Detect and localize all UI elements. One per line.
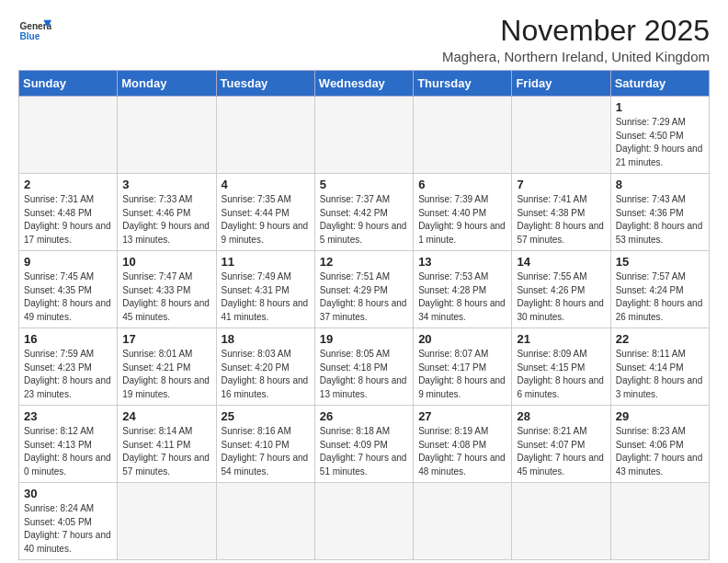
day-info: Sunrise: 7:35 AM Sunset: 4:44 PM Dayligh… [222,193,310,247]
day-info: Sunrise: 7:45 AM Sunset: 4:35 PM Dayligh… [24,270,112,324]
calendar-cell [118,97,216,174]
day-info: Sunrise: 7:33 AM Sunset: 4:46 PM Dayligh… [122,193,210,247]
calendar-cell: 27Sunrise: 8:19 AM Sunset: 4:08 PM Dayli… [414,406,512,483]
day-number: 14 [517,255,605,269]
calendar-cell: 10Sunrise: 7:47 AM Sunset: 4:33 PM Dayli… [118,251,216,328]
day-info: Sunrise: 8:01 AM Sunset: 4:21 PM Dayligh… [122,348,210,401]
calendar-cell: 9Sunrise: 7:45 AM Sunset: 4:35 PM Daylig… [19,251,118,328]
day-info: Sunrise: 8:21 AM Sunset: 4:07 PM Dayligh… [517,425,605,478]
week-row-4: 16Sunrise: 7:59 AM Sunset: 4:23 PM Dayli… [19,328,710,406]
calendar-cell: 6Sunrise: 7:39 AM Sunset: 4:40 PM Daylig… [414,174,512,251]
calendar-cell: 19Sunrise: 8:05 AM Sunset: 4:18 PM Dayli… [314,328,413,406]
calendar-cell [118,483,216,560]
day-info: Sunrise: 8:11 AM Sunset: 4:14 PM Dayligh… [616,348,704,401]
day-info: Sunrise: 8:05 AM Sunset: 4:18 PM Dayligh… [320,348,408,401]
day-number: 7 [517,178,605,191]
week-row-3: 9Sunrise: 7:45 AM Sunset: 4:35 PM Daylig… [19,251,710,328]
day-number: 4 [222,178,310,191]
day-info: Sunrise: 8:24 AM Sunset: 4:05 PM Dayligh… [24,502,112,556]
day-info: Sunrise: 7:41 AM Sunset: 4:38 PM Dayligh… [517,193,605,247]
calendar-cell: 25Sunrise: 8:16 AM Sunset: 4:10 PM Dayli… [216,406,314,483]
calendar-cell [512,97,610,174]
calendar-cell [414,483,512,560]
day-number: 24 [122,409,210,423]
day-number: 1 [616,100,704,114]
day-number: 18 [222,332,310,346]
col-header-tuesday: Tuesday [216,71,314,97]
day-number: 29 [616,409,704,423]
calendar-cell: 16Sunrise: 7:59 AM Sunset: 4:23 PM Dayli… [19,328,118,406]
calendar-cell: 28Sunrise: 8:21 AM Sunset: 4:07 PM Dayli… [512,406,610,483]
logo: General Blue [18,15,51,48]
day-info: Sunrise: 7:29 AM Sunset: 4:50 PM Dayligh… [616,116,704,169]
calendar-cell: 2Sunrise: 7:31 AM Sunset: 4:48 PM Daylig… [19,174,118,251]
title-block: November 2025 Maghera, Northern Ireland,… [442,15,710,64]
day-info: Sunrise: 7:43 AM Sunset: 4:36 PM Dayligh… [616,193,704,247]
header: General Blue November 2025 Maghera, Nort… [18,15,710,64]
calendar-cell [216,483,314,560]
day-number: 6 [418,178,506,191]
day-number: 3 [122,178,210,191]
day-number: 19 [320,332,408,346]
day-number: 26 [320,409,408,423]
day-number: 15 [616,255,704,269]
week-row-1: 1Sunrise: 7:29 AM Sunset: 4:50 PM Daylig… [19,97,710,174]
day-info: Sunrise: 7:39 AM Sunset: 4:40 PM Dayligh… [418,193,506,247]
day-info: Sunrise: 7:55 AM Sunset: 4:26 PM Dayligh… [517,270,605,324]
day-info: Sunrise: 8:23 AM Sunset: 4:06 PM Dayligh… [616,425,704,478]
calendar-cell: 18Sunrise: 8:03 AM Sunset: 4:20 PM Dayli… [216,328,314,406]
day-info: Sunrise: 7:49 AM Sunset: 4:31 PM Dayligh… [222,270,310,324]
day-number: 28 [517,409,605,423]
calendar-cell: 30Sunrise: 8:24 AM Sunset: 4:05 PM Dayli… [19,483,118,560]
day-number: 22 [616,332,704,346]
col-header-friday: Friday [512,71,610,97]
calendar-cell: 20Sunrise: 8:07 AM Sunset: 4:17 PM Dayli… [414,328,512,406]
day-info: Sunrise: 7:53 AM Sunset: 4:28 PM Dayligh… [418,270,506,324]
day-number: 8 [616,178,704,191]
day-info: Sunrise: 8:12 AM Sunset: 4:13 PM Dayligh… [24,425,112,478]
calendar-cell: 12Sunrise: 7:51 AM Sunset: 4:29 PM Dayli… [314,251,413,328]
day-info: Sunrise: 7:59 AM Sunset: 4:23 PM Dayligh… [24,348,112,401]
calendar-table: SundayMondayTuesdayWednesdayThursdayFrid… [18,70,710,560]
calendar-cell [314,97,413,174]
col-header-monday: Monday [118,71,216,97]
day-info: Sunrise: 8:16 AM Sunset: 4:10 PM Dayligh… [222,425,310,478]
day-info: Sunrise: 8:07 AM Sunset: 4:17 PM Dayligh… [418,348,506,401]
day-number: 30 [24,487,112,500]
svg-text:Blue: Blue [19,31,40,41]
calendar-cell: 4Sunrise: 7:35 AM Sunset: 4:44 PM Daylig… [216,174,314,251]
calendar-cell: 13Sunrise: 7:53 AM Sunset: 4:28 PM Dayli… [414,251,512,328]
day-info: Sunrise: 7:57 AM Sunset: 4:24 PM Dayligh… [616,270,704,324]
calendar-cell: 24Sunrise: 8:14 AM Sunset: 4:11 PM Dayli… [118,406,216,483]
calendar-cell: 7Sunrise: 7:41 AM Sunset: 4:38 PM Daylig… [512,174,610,251]
calendar-cell: 29Sunrise: 8:23 AM Sunset: 4:06 PM Dayli… [610,406,709,483]
col-header-saturday: Saturday [610,71,709,97]
calendar-cell: 15Sunrise: 7:57 AM Sunset: 4:24 PM Dayli… [610,251,709,328]
calendar-cell: 1Sunrise: 7:29 AM Sunset: 4:50 PM Daylig… [610,97,709,174]
day-number: 20 [418,332,506,346]
day-number: 5 [320,178,408,191]
calendar-cell: 14Sunrise: 7:55 AM Sunset: 4:26 PM Dayli… [512,251,610,328]
calendar-cell [414,97,512,174]
day-header-row: SundayMondayTuesdayWednesdayThursdayFrid… [19,71,710,97]
calendar-cell: 21Sunrise: 8:09 AM Sunset: 4:15 PM Dayli… [512,328,610,406]
day-info: Sunrise: 8:19 AM Sunset: 4:08 PM Dayligh… [418,425,506,478]
calendar-cell [512,483,610,560]
calendar-cell: 3Sunrise: 7:33 AM Sunset: 4:46 PM Daylig… [118,174,216,251]
day-info: Sunrise: 8:03 AM Sunset: 4:20 PM Dayligh… [222,348,310,401]
calendar-cell [314,483,413,560]
day-number: 25 [222,409,310,423]
day-number: 16 [24,332,112,346]
calendar-cell [19,97,118,174]
col-header-thursday: Thursday [414,71,512,97]
day-number: 9 [24,255,112,269]
calendar-cell [610,483,709,560]
calendar-cell: 5Sunrise: 7:37 AM Sunset: 4:42 PM Daylig… [314,174,413,251]
week-row-6: 30Sunrise: 8:24 AM Sunset: 4:05 PM Dayli… [19,483,710,560]
day-info: Sunrise: 7:51 AM Sunset: 4:29 PM Dayligh… [320,270,408,324]
day-info: Sunrise: 8:18 AM Sunset: 4:09 PM Dayligh… [320,425,408,478]
col-header-sunday: Sunday [19,71,118,97]
day-number: 10 [122,255,210,269]
day-info: Sunrise: 7:47 AM Sunset: 4:33 PM Dayligh… [122,270,210,324]
day-info: Sunrise: 8:14 AM Sunset: 4:11 PM Dayligh… [122,425,210,478]
